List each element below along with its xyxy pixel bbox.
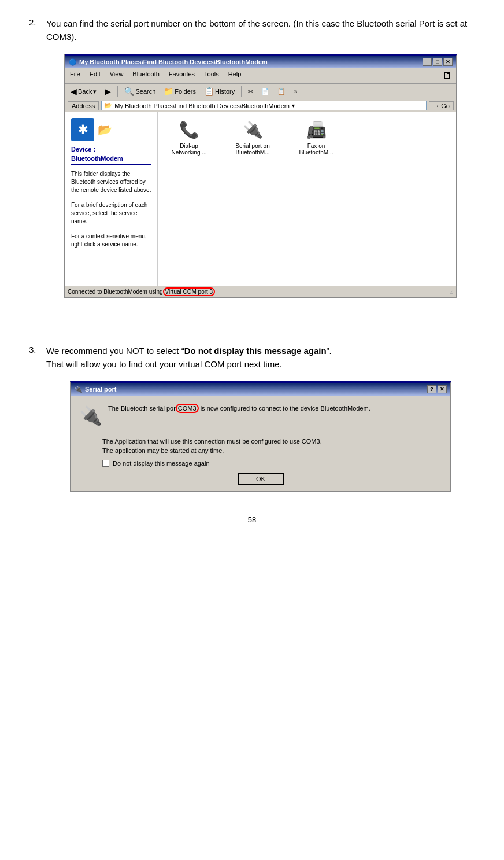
panel-text-3: For a context sensitive menu, right-clic… <box>71 232 151 249</box>
titlebar-title: 🔵 My Bluetooth Places\Find Bluetooth Dev… <box>69 58 268 66</box>
menu-tools[interactable]: Tools <box>202 69 221 82</box>
dialog-com3-highlight: COM3 <box>176 404 199 413</box>
titlebar-buttons[interactable]: _ □ ✕ <box>423 58 453 66</box>
do-not-display-checkbox[interactable] <box>102 460 109 467</box>
history-label: History <box>215 88 235 95</box>
paste-button[interactable]: 📋 <box>275 86 288 97</box>
copy-button[interactable]: 📄 <box>258 86 272 97</box>
folders-icon: 📁 <box>164 87 173 96</box>
dialog-titlebar: 🔌 Serial port ? ✕ <box>71 383 450 396</box>
page-number: 58 <box>29 515 475 524</box>
window-body: ✱ 📂 Device : BluetoothModem This folder … <box>65 112 456 286</box>
back-icon: ◀ <box>71 87 77 96</box>
titlebar-text: My Bluetooth Places\Find Bluetooth Devic… <box>79 58 268 65</box>
menu-edit[interactable]: Edit <box>87 69 103 82</box>
menu-bar: File Edit View Bluetooth Favorites Tools… <box>65 68 456 84</box>
blue-folder-icon: 📂 <box>98 123 112 136</box>
menu-view[interactable]: View <box>108 69 126 82</box>
serial-icon: 🔌 <box>243 120 263 139</box>
address-label: Address <box>68 101 99 110</box>
dialog-help-button[interactable]: ? <box>427 385 436 393</box>
toolbar-separator-1 <box>117 86 118 97</box>
cut-button[interactable]: ✂ <box>245 86 256 97</box>
win-titlebar: 🔵 My Bluetooth Places\Find Bluetooth Dev… <box>65 56 456 68</box>
serial-port-dialog: 🔌 Serial port ? ✕ 🔌 The Bluetooth serial… <box>70 381 451 492</box>
dialog-title-text: 🔌 Serial port <box>75 386 116 393</box>
device-title-label: Device : <box>71 146 151 153</box>
more-button[interactable]: » <box>291 86 300 97</box>
status-bar: Connected to BluetoothModem using Virtua… <box>65 286 456 297</box>
statusbar-resize-icon: ⊿ <box>449 289 454 295</box>
toolbar: ◀ Back ▾ ▶ 🔍 Search 📁 Folders 📋 <box>65 84 456 99</box>
service-dialup[interactable]: 📞 Dial-upNetworking ... <box>166 120 212 156</box>
forward-button[interactable]: ▶ <box>102 85 114 98</box>
bluetooth-icon: ✱ <box>71 118 94 141</box>
search-icon: 🔍 <box>124 87 134 96</box>
address-dropdown-icon[interactable]: ▾ <box>292 102 295 109</box>
step-3-bold-text: Do not display this message again <box>184 346 327 356</box>
step-2: 2. You can find the serial port number o… <box>29 17 475 298</box>
com-port-highlight: Virtual COM port 3 <box>163 287 216 296</box>
step-3: 3. We recommend you NOT to select “Do no… <box>29 345 475 492</box>
serial-label: Serial port onBluetoothM... <box>235 143 269 156</box>
menu-file[interactable]: File <box>68 69 83 82</box>
folders-button[interactable]: 📁 Folders <box>161 85 199 98</box>
step-2-text: You can find the serial port number on t… <box>46 17 475 43</box>
back-button[interactable]: ◀ Back ▾ <box>68 85 99 98</box>
menu-help[interactable]: Help <box>226 69 244 82</box>
service-serial[interactable]: 🔌 Serial port onBluetoothM... <box>229 120 276 156</box>
address-folder-icon: 📂 <box>104 102 112 109</box>
search-label: Search <box>135 88 155 95</box>
address-input[interactable]: 📂 My Bluetooth Places\Find Bluetooth Dev… <box>101 101 427 110</box>
dialog-separator <box>79 433 442 433</box>
folders-label: Folders <box>175 88 196 95</box>
close-button[interactable]: ✕ <box>443 58 453 66</box>
address-bar: Address 📂 My Bluetooth Places\Find Bluet… <box>65 99 456 112</box>
menu-bluetooth[interactable]: Bluetooth <box>130 69 161 82</box>
dialog-line3: The application may be started at any ti… <box>102 447 442 454</box>
toolbar-separator-2 <box>241 86 242 97</box>
step-3-content: We recommend you NOT to select “Do not d… <box>46 345 475 492</box>
dialup-icon: 📞 <box>179 120 199 139</box>
menu-favorites[interactable]: Favorites <box>166 69 197 82</box>
dialog-line2: The Application that will use this conne… <box>102 438 442 445</box>
step-3-text: We recommend you NOT to select “Do not d… <box>46 345 475 371</box>
maximize-button[interactable]: □ <box>433 58 442 66</box>
device-name-label: BluetoothModem <box>71 155 151 162</box>
right-panel: 📞 Dial-upNetworking ... 🔌 Serial port on… <box>158 112 456 286</box>
history-button[interactable]: 📋 History <box>201 85 238 98</box>
left-panel: ✱ 📂 Device : BluetoothModem This folder … <box>65 112 158 286</box>
minimize-button[interactable]: _ <box>423 58 432 66</box>
dialog-serial-icon: 🔌 <box>79 405 102 427</box>
panel-text-1: This folder displays the Bluetooth servi… <box>71 170 151 194</box>
dialog-title-buttons[interactable]: ? ✕ <box>427 385 447 393</box>
address-text: My Bluetooth Places\Find Bluetooth Devic… <box>114 102 290 109</box>
search-button[interactable]: 🔍 Search <box>121 85 158 98</box>
titlebar-icon: 🔵 <box>69 58 77 66</box>
dialog-close-button[interactable]: ✕ <box>438 385 447 393</box>
go-label: Go <box>441 102 450 109</box>
dialog-checkbox-row: Do not display this message again <box>102 460 442 467</box>
forward-icon: ▶ <box>105 87 111 96</box>
bluetooth-browser-window: 🔵 My Bluetooth Places\Find Bluetooth Dev… <box>64 54 457 298</box>
dialog-ok-button[interactable]: OK <box>238 473 284 485</box>
go-arrow-icon: → <box>433 102 439 109</box>
dialog-line1-after: is now configured to connect to the devi… <box>199 405 370 412</box>
step-3-number: 3. <box>29 345 46 492</box>
panel-separator <box>71 164 151 165</box>
dialup-label: Dial-upNetworking ... <box>171 143 206 156</box>
go-button[interactable]: → Go <box>429 101 454 110</box>
dialog-top-section: 🔌 The Bluetooth serial porCOM3 is now co… <box>79 404 442 427</box>
dialog-button-row: OK <box>79 473 442 485</box>
folder-icon-small: 📂 <box>98 123 112 136</box>
step-2-content: You can find the serial port number on t… <box>46 17 475 298</box>
step-2-number: 2. <box>29 17 46 298</box>
panel-text-2: For a brief description of each service,… <box>71 201 151 226</box>
back-label: Back <box>78 88 92 95</box>
checkbox-label: Do not display this message again <box>113 460 210 467</box>
device-icon-area: ✱ 📂 <box>71 118 151 141</box>
history-icon: 📋 <box>204 87 214 96</box>
dialog-title-icon: 🔌 <box>75 386 83 393</box>
fax-icon: 📠 <box>306 120 327 139</box>
service-fax[interactable]: 📠 Fax onBluetoothM... <box>293 120 339 156</box>
